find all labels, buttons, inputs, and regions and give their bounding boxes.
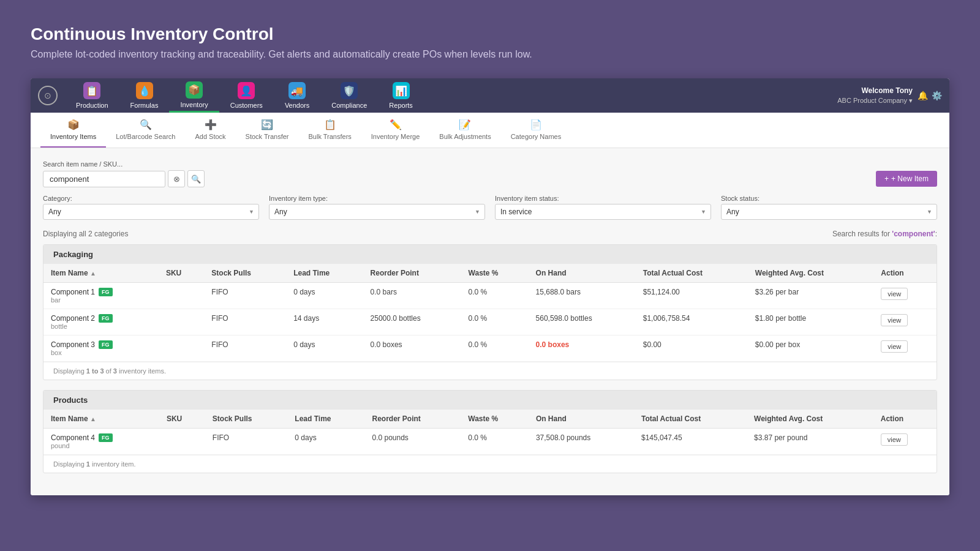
subnav-inventory-items[interactable]: 📦 Inventory Items: [40, 113, 106, 148]
category-header-packaging: Packaging: [43, 245, 937, 264]
subnav-stock-transfer[interactable]: 🔄 Stock Transfer: [236, 113, 299, 148]
cell-action: view: [873, 309, 937, 335]
filter-item-type-select[interactable]: Any: [269, 204, 485, 220]
cell-sku: [159, 309, 204, 335]
nav-item-production[interactable]: 📋 Production: [65, 78, 119, 113]
category-section-products: Products Item Name ▲ SKU Stock Pulls Lea…: [43, 390, 937, 473]
formulas-icon: 💧: [136, 82, 153, 99]
col-waste-percent: Waste %: [461, 264, 529, 283]
filter-item-status-wrap: In service Any: [495, 204, 711, 220]
filter-stock-status-label: Stock status:: [721, 195, 937, 202]
search-results-text: Search results for 'component':: [832, 230, 937, 238]
view-button[interactable]: view: [881, 288, 908, 300]
cell-lead-time: 0 days: [287, 429, 364, 455]
bulk-transfers-icon: 📋: [324, 119, 336, 130]
new-item-button[interactable]: + + New Item: [876, 171, 937, 187]
cell-stock-pulls: FIFO: [204, 309, 286, 335]
clear-search-button[interactable]: ⊗: [168, 170, 185, 187]
display-count: Displaying all 2 categories: [43, 230, 128, 238]
filters-row: Category: Any Inventory item type: Any: [43, 195, 937, 220]
bell-icon[interactable]: 🔔: [918, 91, 928, 100]
page-header: Continuous Inventory Control Complete lo…: [31, 24, 949, 60]
view-button[interactable]: view: [881, 340, 908, 353]
cell-waste-percent: 0.0 %: [461, 283, 529, 309]
filter-item-type-wrap: Any: [269, 204, 485, 220]
item-name-text: Component 1: [51, 288, 95, 296]
item-name-text: Component 4: [51, 433, 95, 442]
nav-item-customers[interactable]: 👤 Customers: [219, 78, 274, 113]
cell-on-hand: 37,508.0 pounds: [529, 429, 634, 455]
cell-stock-pulls: FIFO: [205, 429, 288, 455]
cell-sku: [159, 283, 204, 309]
production-icon: 📋: [83, 82, 100, 99]
table-footer-packaging: Displaying 1 to 3 of 3 inventory items.: [43, 362, 937, 380]
table-row: Component 4 FG pound FIFO 0 days 0.0 pou…: [43, 429, 937, 455]
subnav-label-category-names: Category Names: [511, 133, 562, 140]
content-area: 📦 Inventory Items 🔍 Lot/Barcode Search ➕…: [31, 113, 949, 495]
welcome-name: Welcome Tony: [861, 86, 913, 95]
cell-lead-time: 14 days: [286, 309, 363, 335]
settings-icon[interactable]: ⚙️: [932, 91, 942, 100]
app-window: ⊙ 📋 Production 💧 Formulas 📦 Inventory 👤 …: [31, 78, 949, 495]
cell-waste-percent: 0.0 %: [461, 309, 529, 335]
cell-action: view: [873, 429, 937, 455]
nav-item-inventory[interactable]: 📦 Inventory: [169, 78, 219, 113]
cell-item-name: Component 3 FG box: [43, 335, 159, 362]
table-wrap-packaging: Item Name ▲ SKU Stock Pulls Lead Time Re…: [43, 264, 937, 362]
cell-item-name: Component 2 FG bottle: [43, 309, 159, 335]
bulk-adjustments-icon: 📝: [459, 119, 471, 130]
col-on-hand: On Hand: [529, 264, 636, 283]
main-content: Search item name / SKU... ⊗ 🔍 + + New It…: [31, 148, 949, 495]
nav-label-customers: Customers: [230, 102, 263, 109]
col-action: Action: [873, 264, 937, 283]
col-item-name: Item Name ▲: [43, 264, 159, 283]
subnav-bulk-adjustments[interactable]: 📝 Bulk Adjustments: [429, 113, 500, 148]
subnav-category-names[interactable]: 📄 Category Names: [501, 113, 571, 148]
filter-category-label: Category:: [43, 195, 259, 202]
search-input-row: ⊗ 🔍 + + New Item: [43, 170, 937, 187]
cell-item-name: Component 4 FG pound: [43, 429, 159, 455]
fg-badge: FG: [99, 314, 113, 323]
filter-category-select[interactable]: Any: [43, 204, 259, 220]
subnav-label-stock-transfer: Stock Transfer: [246, 133, 289, 140]
inventory-merge-icon: ✏️: [390, 119, 402, 130]
col-stock-pulls: Stock Pulls: [204, 264, 286, 283]
inventory-items-icon: 📦: [67, 119, 80, 130]
nav-label-compliance: Compliance: [331, 102, 367, 109]
subnav-add-stock[interactable]: ➕ Add Stock: [185, 113, 235, 148]
nav-item-vendors[interactable]: 🚚 Vendors: [274, 78, 320, 113]
cell-on-hand: 560,598.0 bottles: [529, 309, 636, 335]
table-packaging: Item Name ▲ SKU Stock Pulls Lead Time Re…: [43, 264, 937, 362]
filter-stock-status-select[interactable]: Any: [721, 204, 937, 220]
lot-barcode-icon: 🔍: [140, 119, 152, 130]
nav-item-reports[interactable]: 📊 Reports: [378, 78, 424, 113]
cell-item-name: Component 1 FG bar: [43, 283, 159, 309]
nav-item-formulas[interactable]: 💧 Formulas: [119, 78, 170, 113]
col-stock-pulls: Stock Pulls: [205, 410, 288, 429]
fg-badge: FG: [99, 433, 113, 442]
filter-category-wrap: Any: [43, 204, 259, 220]
table-wrap-products: Item Name ▲ SKU Stock Pulls Lead Time Re…: [43, 410, 937, 455]
filter-item-status-select[interactable]: In service Any: [495, 204, 711, 220]
logo-icon: ⊙: [38, 86, 58, 105]
filter-category: Category: Any: [43, 195, 259, 220]
search-row: Search item name / SKU... ⊗ 🔍 + + New It…: [43, 160, 937, 187]
search-input[interactable]: [43, 171, 165, 187]
col-total-actual-cost: Total Actual Cost: [636, 264, 748, 283]
view-button[interactable]: view: [881, 314, 908, 326]
cell-waste-percent: 0.0 %: [461, 429, 529, 455]
view-button[interactable]: view: [881, 433, 908, 446]
cell-total-cost: $51,124.00: [636, 283, 748, 309]
subnav-bulk-transfers[interactable]: 📋 Bulk Transfers: [299, 113, 361, 148]
col-sku: SKU: [159, 264, 204, 283]
subnav-lot-barcode-search[interactable]: 🔍 Lot/Barcode Search: [106, 113, 185, 148]
table-header-row: Item Name ▲ SKU Stock Pulls Lead Time Re…: [43, 264, 937, 283]
col-item-name: Item Name ▲: [43, 410, 159, 429]
search-button[interactable]: 🔍: [187, 170, 205, 187]
nav-item-compliance[interactable]: 🛡️ Compliance: [320, 78, 378, 113]
on-hand-red: 0.0 boxes: [536, 340, 570, 349]
vendors-icon: 🚚: [288, 82, 306, 99]
item-sub: bottle: [51, 323, 151, 330]
subnav-inventory-merge[interactable]: ✏️ Inventory Merge: [361, 113, 429, 148]
col-lead-time: Lead Time: [287, 410, 364, 429]
